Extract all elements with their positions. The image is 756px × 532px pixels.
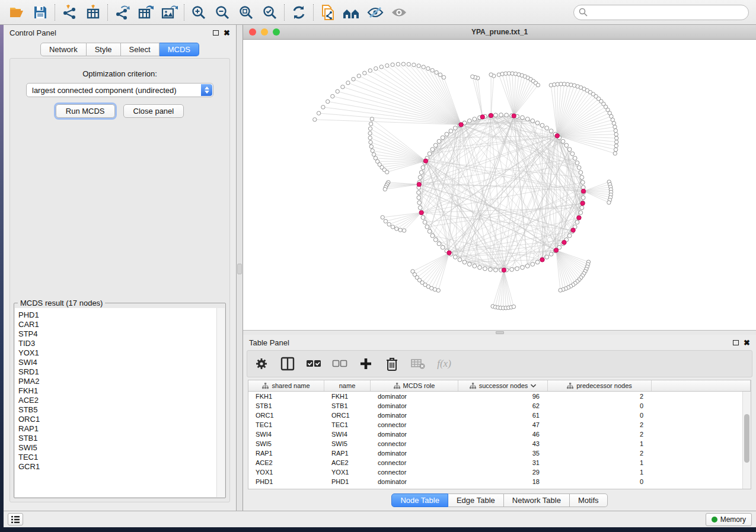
zoom-selected-button[interactable] (258, 2, 282, 23)
mcds-result-item[interactable]: ACE2 (18, 396, 216, 405)
mcds-result-item[interactable]: STP4 (18, 329, 216, 339)
task-history-button[interactable] (8, 513, 23, 525)
control-panel-close-icon[interactable]: ✖ (224, 29, 230, 37)
select-all-button[interactable] (305, 355, 322, 373)
table-row[interactable]: SWI4SWI4dominator462 (248, 430, 751, 439)
mcds-result-item[interactable]: SWI4 (18, 358, 216, 367)
settings-gear-button[interactable] (253, 355, 270, 373)
table-cell: FKH1 (324, 392, 371, 401)
deselect-all-button[interactable] (331, 355, 348, 373)
mcds-result-item[interactable]: GCR1 (18, 462, 216, 472)
column-header-MCDS-role[interactable]: MCDS role (371, 380, 458, 391)
refresh-button[interactable] (287, 2, 311, 23)
table-panel-float-icon[interactable] (733, 340, 739, 345)
table-row[interactable]: RAP1RAP1dominator352 (248, 448, 751, 458)
control-panel-title: Control Panel (9, 28, 56, 37)
mcds-result-item[interactable]: PMA2 (18, 377, 216, 386)
column-header-shared-name[interactable]: shared name (248, 380, 324, 391)
table-cell: 1 (548, 458, 652, 467)
mcds-result-item[interactable]: TEC1 (18, 453, 216, 462)
column-chooser-button[interactable] (279, 355, 296, 373)
mcds-result-item[interactable]: RAP1 (18, 424, 216, 434)
table-cell: 2 (548, 392, 652, 401)
table-panel-close-icon[interactable]: ✖ (744, 339, 750, 347)
mcds-result-item[interactable]: STB5 (18, 405, 216, 415)
vertical-splitter[interactable] (237, 25, 243, 511)
window-close-icon[interactable] (249, 28, 256, 36)
mcds-result-scrollbar[interactable] (216, 308, 225, 497)
horizontal-splitter[interactable] (243, 330, 756, 335)
table-scrollbar[interactable] (742, 392, 751, 489)
splitter-grip[interactable] (237, 264, 242, 274)
first-neighbors-button[interactable] (340, 2, 363, 23)
table-cell: 62 (458, 401, 548, 411)
memory-button[interactable]: Memory (706, 513, 752, 526)
export-table-button[interactable] (134, 2, 158, 23)
table-cell: 18 (458, 477, 548, 486)
table-row[interactable]: FKH1FKH1dominator962 (248, 392, 751, 401)
table-row[interactable]: SWI5SWI5connector431 (248, 439, 751, 448)
table-cell: dominator (371, 430, 458, 439)
mcds-result-item[interactable]: SRD1 (18, 367, 216, 377)
duplicate-network-button[interactable] (316, 2, 340, 23)
tab-node-table[interactable]: Node Table (391, 493, 448, 507)
table-cell: 0 (548, 401, 652, 411)
criterion-dropdown[interactable]: largest connected component (undirected) (26, 83, 213, 97)
export-network-button[interactable] (110, 2, 134, 23)
mcds-result-item[interactable]: FKH1 (18, 386, 216, 396)
add-column-button[interactable] (358, 355, 374, 373)
control-panel-float-icon[interactable] (213, 30, 219, 36)
show-all-button[interactable] (387, 2, 411, 23)
table-cell: 1 (548, 467, 652, 477)
zoom-fit-button[interactable] (234, 2, 258, 23)
column-header-name[interactable]: name (324, 380, 371, 391)
window-zoom-icon[interactable] (273, 28, 280, 36)
mcds-result-item[interactable]: YOX1 (18, 348, 216, 358)
mcds-result-item[interactable]: CAR1 (18, 320, 216, 329)
network-canvas[interactable] (243, 40, 756, 330)
network-window-titlebar[interactable]: YPA_prune.txt_1 (243, 25, 756, 40)
export-image-button[interactable] (158, 2, 181, 23)
scrollbar-thumb[interactable] (744, 414, 749, 463)
table-row[interactable]: TEC1TEC1connector472 (248, 420, 751, 430)
mcds-result-list[interactable]: PHD1CAR1STP4TID3YOX1SWI4SRD1PMA2FKH1ACE2… (15, 308, 216, 497)
zoom-out-button[interactable] (210, 2, 234, 23)
tab-select[interactable]: Select (121, 43, 160, 56)
delete-column-button[interactable] (384, 355, 400, 373)
zoom-in-button[interactable] (187, 2, 210, 23)
close-panel-button[interactable]: Close panel (123, 104, 184, 118)
run-mcds-button[interactable]: Run MCDS (56, 104, 115, 118)
table-row[interactable]: STB1STB1dominator620 (248, 401, 751, 411)
mcds-result-item[interactable]: TID3 (18, 339, 216, 348)
table-row[interactable]: PHD1PHD1dominator180 (248, 477, 751, 486)
tab-network[interactable]: Network (40, 43, 87, 56)
open-file-button[interactable] (5, 2, 28, 23)
toolbar-separator (55, 4, 55, 21)
mcds-result-item[interactable]: STB1 (18, 434, 216, 443)
import-network-button[interactable] (58, 2, 81, 23)
tab-network-table[interactable]: Network Table (504, 493, 570, 507)
network-graph[interactable] (243, 40, 756, 330)
import-table-button[interactable] (81, 2, 105, 23)
tab-edge-table[interactable]: Edge Table (448, 493, 504, 507)
save-session-button[interactable] (28, 2, 52, 23)
table-cell: 96 (458, 392, 548, 401)
splitter-grip[interactable] (496, 331, 504, 334)
mcds-result-item[interactable]: SWI5 (18, 443, 216, 453)
window-minimize-icon[interactable] (261, 28, 268, 36)
tab-style[interactable]: Style (87, 43, 121, 56)
table-row[interactable]: ORC1ORC1dominator610 (248, 411, 751, 420)
toolbar-separator (284, 4, 285, 21)
search-input[interactable] (573, 5, 749, 20)
mcds-result-item[interactable]: PHD1 (18, 310, 216, 320)
hide-selected-button[interactable] (363, 2, 387, 23)
column-header-predecessor-nodes[interactable]: predecessor nodes (548, 380, 652, 391)
table-row[interactable]: ACE2ACE2connector311 (248, 458, 751, 467)
check-all-icon (306, 359, 321, 368)
table-panel-title: Table Panel (249, 338, 289, 347)
table-row[interactable]: YOX1YOX1connector291 (248, 467, 751, 477)
tab-mcds[interactable]: MCDS (160, 43, 199, 56)
mcds-result-item[interactable]: ORC1 (18, 415, 216, 424)
tab-motifs[interactable]: Motifs (570, 493, 608, 507)
column-header-successor-nodes[interactable]: successor nodes (458, 380, 548, 391)
